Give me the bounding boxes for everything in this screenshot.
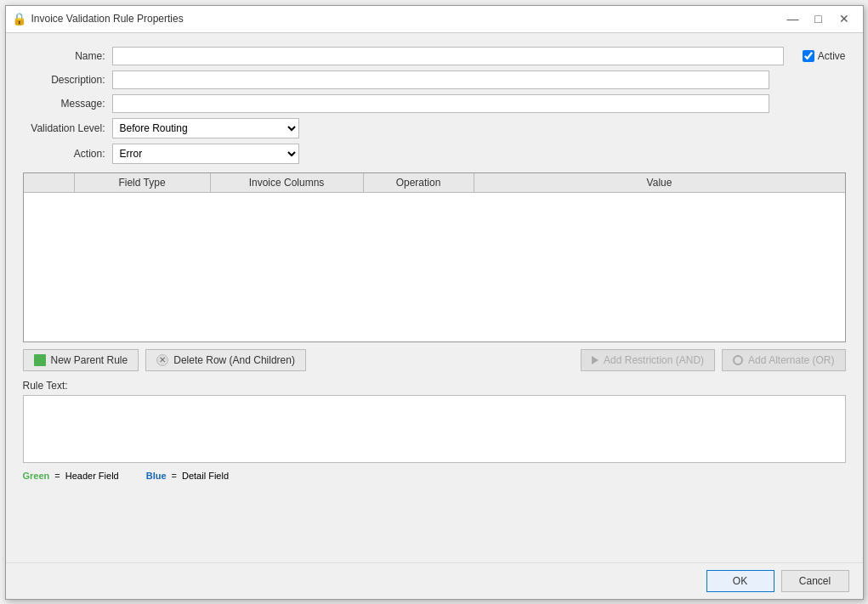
x-icon: ✕ — [156, 354, 168, 366]
title-bar-left: 🔒 Invoice Validation Rule Properties — [13, 12, 184, 25]
add-alternate-button[interactable]: Add Alternate (OR) — [722, 349, 845, 371]
window-title: Invoice Validation Rule Properties — [31, 13, 184, 25]
action-buttons-row: New Parent Rule ✕ Delete Row (And Childr… — [23, 349, 846, 371]
rule-text-area[interactable] — [23, 395, 846, 463]
validation-level-label: Validation Level: — [23, 122, 112, 134]
circle-icon — [733, 355, 743, 365]
action-row: Action: Error Warning Info — [23, 144, 846, 164]
title-bar: 🔒 Invoice Validation Rule Properties — □… — [6, 6, 863, 33]
close-button[interactable]: ✕ — [832, 9, 856, 28]
legend-equals-1: = — [54, 471, 60, 481]
action-label: Action: — [23, 148, 112, 160]
grid-col-field-type: Field Type — [75, 173, 211, 192]
description-input[interactable] — [112, 71, 769, 89]
name-row: Name: Active — [23, 47, 846, 65]
delete-row-button[interactable]: ✕ Delete Row (And Children) — [145, 349, 306, 371]
description-row: Description: — [23, 71, 846, 89]
grid-col-value: Value — [474, 173, 845, 192]
ok-button[interactable]: OK — [706, 570, 774, 592]
new-parent-rule-button[interactable]: New Parent Rule — [23, 349, 139, 371]
action-select[interactable]: Error Warning Info — [112, 144, 299, 164]
active-checkbox[interactable] — [803, 50, 814, 62]
legend-row: Green = Header Field Blue = Detail Field — [23, 471, 846, 481]
new-parent-rule-label: New Parent Rule — [51, 354, 128, 366]
play-icon — [592, 356, 599, 364]
message-label: Message: — [23, 98, 112, 110]
add-restriction-button[interactable]: Add Restriction (AND) — [581, 349, 715, 371]
grid-col-0 — [24, 173, 75, 192]
message-row: Message: — [23, 94, 846, 113]
active-row: Active — [803, 50, 846, 62]
rules-grid: Field Type Invoice Columns Operation Val… — [23, 172, 846, 342]
legend-detail-field: Detail Field — [182, 471, 229, 481]
green-icon — [34, 354, 46, 366]
grid-col-operation: Operation — [364, 173, 474, 192]
main-window: 🔒 Invoice Validation Rule Properties — □… — [5, 5, 864, 600]
maximize-button[interactable]: □ — [807, 9, 831, 28]
grid-header: Field Type Invoice Columns Operation Val… — [24, 173, 845, 193]
minimize-button[interactable]: — — [781, 9, 805, 28]
message-input[interactable] — [112, 94, 769, 113]
delete-row-label: Delete Row (And Children) — [173, 354, 295, 366]
legend-header-field: Header Field — [65, 471, 119, 481]
add-alternate-label: Add Alternate (OR) — [748, 354, 834, 366]
description-label: Description: — [23, 74, 112, 86]
window-icon: 🔒 — [13, 12, 26, 25]
cancel-button[interactable]: Cancel — [781, 570, 849, 592]
validation-level-row: Validation Level: Before Routing After R… — [23, 118, 846, 138]
active-label: Active — [818, 50, 846, 62]
legend-green-label: Green — [23, 471, 50, 481]
dialog-content: Name: Active Description: Message: Valid… — [6, 33, 863, 562]
rule-text-label: Rule Text: — [23, 380, 846, 392]
name-label: Name: — [23, 50, 112, 62]
footer: OK Cancel — [6, 562, 863, 599]
rule-text-section: Rule Text: — [23, 380, 846, 466]
grid-body — [24, 193, 845, 329]
add-restriction-label: Add Restriction (AND) — [604, 354, 704, 366]
validation-level-select[interactable]: Before Routing After Routing On Save — [112, 118, 299, 138]
name-input[interactable] — [112, 47, 784, 65]
legend-equals-2: = — [172, 471, 177, 481]
title-buttons: — □ ✕ — [781, 9, 856, 28]
legend-blue-label: Blue — [146, 471, 167, 481]
grid-col-invoice-columns: Invoice Columns — [211, 173, 364, 192]
